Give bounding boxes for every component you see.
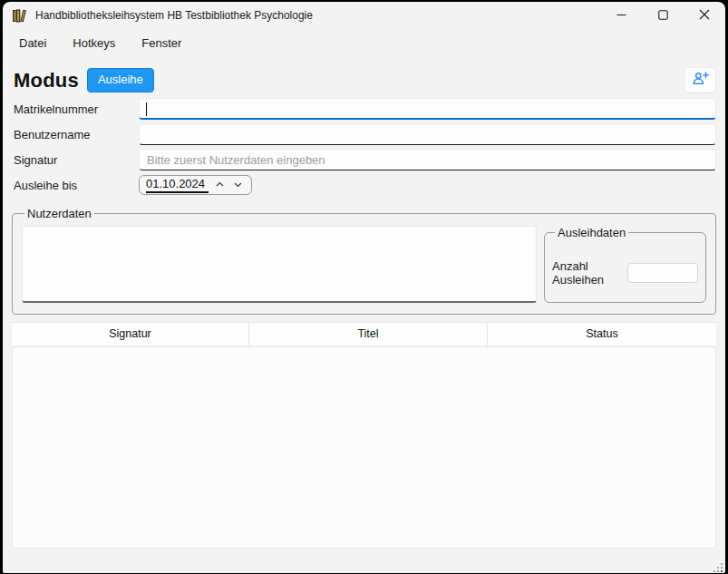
anzahl-ausleihen-label: Anzahl Ausleihen	[552, 259, 619, 287]
nutzerdaten-textarea[interactable]	[22, 226, 537, 303]
column-header-titel[interactable]: Titel	[249, 323, 487, 345]
chevron-up-icon	[215, 177, 225, 193]
maximize-button[interactable]	[642, 2, 684, 29]
ausleihe-bis-label: Ausleihe bis	[14, 179, 139, 192]
chevron-down-icon	[233, 177, 243, 193]
form-row-signatur: Signatur	[3, 147, 725, 172]
menu-item-datei[interactable]: Datei	[19, 34, 46, 53]
resize-grip-icon[interactable]	[712, 560, 723, 572]
form-row-matrikelnummer: Matrikelnummer	[3, 96, 725, 122]
spinner-up-button[interactable]	[213, 177, 227, 193]
due-date-value[interactable]: 01.10.2024	[146, 177, 209, 193]
minimize-button[interactable]	[600, 2, 642, 29]
mode-heading: Modus	[14, 69, 79, 92]
window-title: Handbibliotheksleihsystem HB Testbibliot…	[35, 9, 313, 22]
signatur-input[interactable]	[139, 149, 716, 170]
person-add-icon	[692, 71, 709, 90]
nutzerdaten-group-title: Nutzerdaten	[24, 207, 94, 220]
mode-row: Modus Ausleihe	[14, 67, 716, 93]
menu-item-fenster[interactable]: Fenster	[141, 34, 181, 53]
menu-item-hotkeys[interactable]: Hotkeys	[73, 34, 115, 53]
mode-ausleihe-button[interactable]: Ausleihe	[87, 68, 154, 92]
text-caret	[146, 102, 147, 116]
window-controls	[600, 2, 725, 29]
close-icon	[699, 7, 710, 24]
lending-form: Matrikelnummer Benutzername Signatur Aus…	[3, 96, 725, 198]
benutzername-label: Benutzername	[14, 128, 139, 141]
spinner-down-button[interactable]	[231, 177, 245, 193]
app-window: Handbibliotheksleihsystem HB Testbibliot…	[3, 2, 725, 573]
nutzerdaten-group: Nutzerdaten Ausleihdaten Anzahl Ausleihe…	[12, 207, 716, 315]
signatur-label: Signatur	[14, 153, 139, 167]
column-header-signatur[interactable]: Signatur	[12, 323, 248, 345]
form-row-ausleihe-bis: Ausleihe bis 01.10.2024	[3, 172, 725, 198]
title-bar[interactable]: Handbibliotheksleihsystem HB Testbibliot…	[3, 2, 725, 29]
loans-table-body	[12, 346, 716, 549]
anzahl-ausleihen-input[interactable]	[627, 263, 698, 283]
ausleihdaten-group: Ausleihdaten Anzahl Ausleihen	[544, 226, 706, 303]
loans-table-header: Signatur Titel Status	[12, 322, 716, 345]
benutzername-input[interactable]	[139, 123, 716, 145]
ausleihdaten-group-title: Ausleihdaten	[555, 226, 628, 239]
form-row-benutzername: Benutzername	[3, 122, 725, 147]
maximize-icon	[658, 7, 668, 24]
close-button[interactable]	[684, 2, 725, 29]
matrikelnummer-label: Matrikelnummer	[14, 102, 139, 116]
minimize-icon	[616, 7, 626, 24]
books-icon	[12, 8, 27, 24]
matrikelnummer-input[interactable]	[139, 98, 716, 120]
add-user-button[interactable]	[684, 67, 716, 93]
column-header-status[interactable]: Status	[488, 323, 716, 345]
due-date-spinner[interactable]: 01.10.2024	[139, 175, 252, 195]
menu-bar: Datei Hotkeys Fenster	[3, 29, 725, 56]
